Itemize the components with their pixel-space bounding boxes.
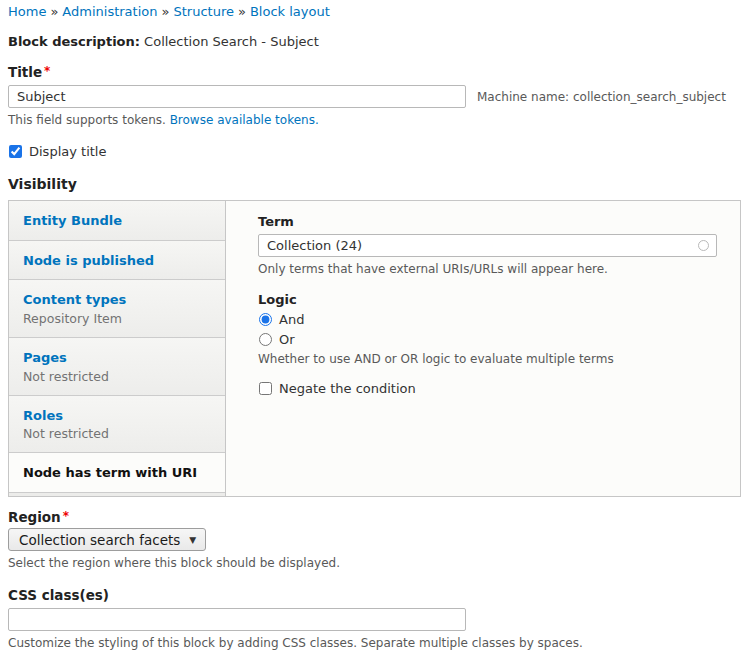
breadcrumb-separator: » [238,4,246,19]
breadcrumb-separator: » [162,4,170,19]
negate-form-item: Negate the condition [258,381,717,396]
negate-checkbox[interactable] [259,382,272,395]
vertical-tab-content-types[interactable]: Content types Repository Item [9,280,225,338]
block-description-value: Collection Search - Subject [144,34,319,49]
machine-name: Machine name: collection_search_subject [477,90,726,104]
css-classes-input[interactable] [8,608,466,631]
logic-label: Logic [258,292,717,307]
region-select[interactable]: Collection search facets ▼ [8,528,206,551]
breadcrumb-link-home[interactable]: Home [8,4,46,19]
required-marker: * [44,64,50,78]
css-classes-description: Customize the styling of this block by a… [8,635,741,651]
region-form-item: Region* Collection search facets ▼ Selec… [8,509,741,571]
vertical-tabs-menu: Entity Bundle Node is published Content … [9,201,226,496]
css-classes-form-item: CSS class(es) Customize the styling of t… [8,587,741,651]
vertical-tab-pages[interactable]: Pages Not restricted [9,338,225,396]
region-description: Select the region where this block shoul… [8,555,741,571]
breadcrumb-link-administration[interactable]: Administration [62,4,157,19]
required-marker: * [63,509,69,523]
vertical-tab-node-is-published[interactable]: Node is published [9,241,225,281]
logic-description: Whether to use AND or OR logic to evalua… [258,351,717,367]
breadcrumb-separator: » [50,4,58,19]
display-title-label[interactable]: Display title [29,144,106,159]
breadcrumb-link-structure[interactable]: Structure [173,4,233,19]
visibility-heading: Visibility [8,176,741,192]
term-description: Only terms that have external URIs/URLs … [258,261,717,277]
region-label: Region [8,509,61,525]
title-input[interactable] [8,85,466,108]
block-description-label: Block description: [8,34,140,49]
breadcrumb-link-block-layout[interactable]: Block layout [250,4,330,19]
block-configure-page: Home»Administration»Structure»Block layo… [0,0,745,664]
term-form-item: Term Only terms that have external URIs/… [258,214,717,277]
title-description: This field supports tokens. Browse avail… [8,112,741,128]
title-form-item: Title* Machine name: collection_search_s… [8,64,741,128]
logic-radio-and[interactable] [259,313,272,326]
css-classes-label: CSS class(es) [8,587,109,603]
negate-label[interactable]: Negate the condition [279,381,416,396]
logic-radio-or[interactable] [259,333,272,346]
vertical-tab-pane: Term Only terms that have external URIs/… [226,201,740,496]
chevron-down-icon: ▼ [189,535,196,545]
title-label: Title [8,64,42,80]
logic-form-item: Logic And Or Whether to use AND or OR lo… [258,292,717,367]
logic-option-or: Or [258,332,717,347]
term-label: Term [258,214,717,229]
browse-tokens-link[interactable]: Browse available tokens. [170,113,319,127]
breadcrumb: Home»Administration»Structure»Block layo… [8,4,741,19]
visibility-vertical-tabs: Entity Bundle Node is published Content … [8,200,741,497]
region-select-value: Collection search facets [19,532,180,548]
vertical-tab-node-has-term-with-uri[interactable]: Node has term with URI [9,453,225,493]
display-title-checkbox[interactable] [9,145,22,158]
vertical-tab-roles[interactable]: Roles Not restricted [9,396,225,454]
display-title-form-item: Display title [8,144,741,159]
vertical-tab-entity-bundle[interactable]: Entity Bundle [9,201,225,241]
logic-option-and: And [258,312,717,327]
block-description: Block description: Collection Search - S… [8,34,741,49]
term-autocomplete-input[interactable] [258,234,717,257]
